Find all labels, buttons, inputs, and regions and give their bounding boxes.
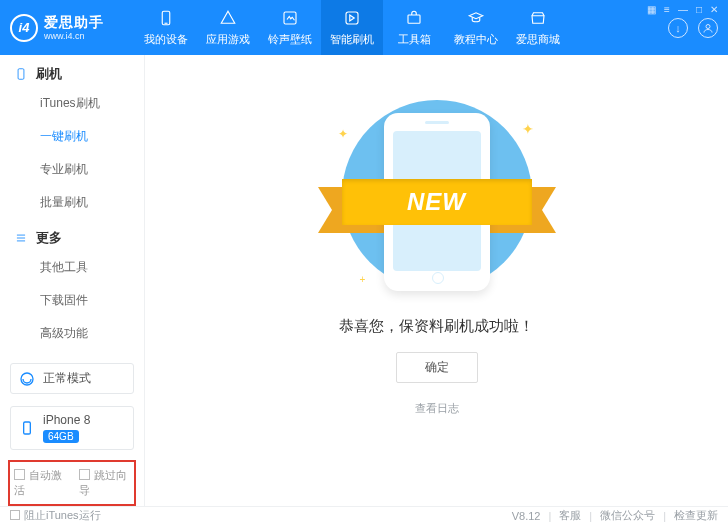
sparkle-icon: ✦ <box>338 127 348 141</box>
mode-icon <box>19 371 35 387</box>
group-flash-title: 刷机 <box>36 65 62 83</box>
options-area: 自动激活 跳过向导 <box>8 460 136 506</box>
logo-icon: i4 <box>10 14 38 42</box>
device-name: iPhone 8 <box>43 413 90 427</box>
app-title: 爱思助手 <box>44 15 104 29</box>
download-icon[interactable]: ↓ <box>668 18 688 38</box>
titlebar-menu-icon[interactable]: ≡ <box>664 4 670 15</box>
titlebar-close-icon[interactable]: ✕ <box>710 4 718 15</box>
apps-icon <box>219 8 237 28</box>
nav-tutorial[interactable]: 教程中心 <box>445 0 507 55</box>
nav-tools[interactable]: 工具箱 <box>383 0 445 55</box>
divider: | <box>548 510 551 522</box>
version-label: V8.12 <box>512 510 541 522</box>
block-itunes-checkbox[interactable]: 阻止iTunes运行 <box>10 508 101 523</box>
nav-tutorial-label: 教程中心 <box>454 32 498 47</box>
svg-rect-11 <box>24 422 31 434</box>
titlebar-skin-icon[interactable]: ▦ <box>647 4 656 15</box>
sidebar-item-pro[interactable]: 专业刷机 <box>0 153 144 186</box>
nav-flash[interactable]: 智能刷机 <box>321 0 383 55</box>
success-message: 恭喜您，保资料刷机成功啦！ <box>339 317 534 336</box>
sidebar-item-itunes[interactable]: iTunes刷机 <box>0 87 144 120</box>
sparkle-icon: + <box>360 274 366 285</box>
header-right: ↓ <box>668 18 718 38</box>
sidebar-item-oneclick[interactable]: 一键刷机 <box>0 120 144 153</box>
nav-store-label: 爱思商城 <box>516 32 560 47</box>
svg-point-5 <box>706 24 710 28</box>
checkbox-icon <box>10 510 20 520</box>
sidebar-item-firmware[interactable]: 下载固件 <box>0 284 144 317</box>
nav-apps-label: 应用游戏 <box>206 32 250 47</box>
view-log-link[interactable]: 查看日志 <box>415 401 459 416</box>
svg-rect-6 <box>18 69 24 80</box>
nav-apps[interactable]: 应用游戏 <box>197 0 259 55</box>
device-box[interactable]: iPhone 8 64GB <box>10 406 134 450</box>
titlebar-max-icon[interactable]: □ <box>696 4 702 15</box>
sidebar-item-batch[interactable]: 批量刷机 <box>0 186 144 219</box>
checkbox-icon <box>14 469 25 480</box>
sparkle-icon: ✦ <box>522 121 534 137</box>
nav-rings-label: 铃声壁纸 <box>268 32 312 47</box>
header-bar: i4 爱思助手 www.i4.cn 我的设备 应用游戏 铃声壁纸 智能刷机 工具… <box>0 0 728 55</box>
nav-store[interactable]: 爱思商城 <box>507 0 569 55</box>
ok-button[interactable]: 确定 <box>396 352 478 383</box>
opt-auto-activate[interactable]: 自动激活 <box>14 468 65 498</box>
group-more-title: 更多 <box>36 229 62 247</box>
wechat-link[interactable]: 微信公众号 <box>600 508 655 523</box>
flash-group-icon <box>14 67 28 81</box>
app-logo: i4 爱思助手 www.i4.cn <box>10 14 135 42</box>
checkbox-icon <box>79 469 90 480</box>
flash-icon <box>343 8 361 28</box>
sidebar: 刷机 iTunes刷机 一键刷机 专业刷机 批量刷机 更多 其他工具 下载固件 … <box>0 55 145 506</box>
divider: | <box>663 510 666 522</box>
nav-device-label: 我的设备 <box>144 32 188 47</box>
user-icon[interactable] <box>698 18 718 38</box>
group-more-hdr: 更多 <box>0 219 144 251</box>
nav-tools-label: 工具箱 <box>398 32 431 47</box>
mode-box[interactable]: 正常模式 <box>10 363 134 394</box>
divider: | <box>589 510 592 522</box>
device-storage-badge: 64GB <box>43 430 79 443</box>
tutorial-icon <box>467 8 485 28</box>
nav-flash-label: 智能刷机 <box>330 32 374 47</box>
sidebar-item-advanced[interactable]: 高级功能 <box>0 317 144 350</box>
main-panel: NEW ✦ ✦ + 恭喜您，保资料刷机成功啦！ 确定 查看日志 <box>145 55 728 506</box>
app-subtitle: www.i4.cn <box>44 32 104 41</box>
new-ribbon: NEW <box>342 179 532 225</box>
block-itunes-label: 阻止iTunes运行 <box>24 509 101 521</box>
rings-icon <box>281 8 299 28</box>
device-icon <box>19 420 35 436</box>
tools-icon <box>405 8 423 28</box>
sidebar-item-other[interactable]: 其他工具 <box>0 251 144 284</box>
mode-label: 正常模式 <box>43 370 91 387</box>
footer-bar: 阻止iTunes运行 V8.12 | 客服 | 微信公众号 | 检查更新 <box>0 506 728 524</box>
opt-skip-guide[interactable]: 跳过向导 <box>79 468 130 498</box>
support-link[interactable]: 客服 <box>559 508 581 523</box>
update-link[interactable]: 检查更新 <box>674 508 718 523</box>
nav-device[interactable]: 我的设备 <box>135 0 197 55</box>
svg-rect-4 <box>408 15 420 23</box>
top-nav: 我的设备 应用游戏 铃声壁纸 智能刷机 工具箱 教程中心 爱思商城 <box>135 0 668 55</box>
store-icon <box>529 8 547 28</box>
group-flash-hdr: 刷机 <box>0 55 144 87</box>
phone-icon <box>157 8 175 28</box>
success-illustration: NEW ✦ ✦ + <box>332 95 542 295</box>
more-group-icon <box>14 231 28 245</box>
nav-rings[interactable]: 铃声壁纸 <box>259 0 321 55</box>
titlebar-min-icon[interactable]: — <box>678 4 688 15</box>
